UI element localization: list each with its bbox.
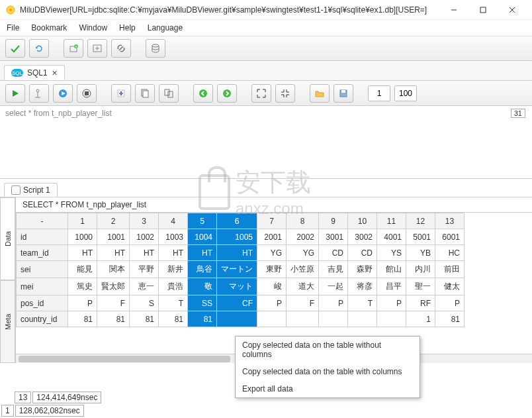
- cell[interactable]: 1000: [68, 229, 97, 245]
- row-header[interactable]: country_id: [17, 311, 68, 327]
- copy-button[interactable]: [135, 84, 155, 103]
- cell[interactable]: HT: [130, 245, 159, 261]
- cell[interactable]: CF: [217, 295, 257, 311]
- maximize-button[interactable]: [468, 0, 498, 20]
- row-header[interactable]: team_id: [17, 245, 68, 261]
- cell[interactable]: 1004: [188, 229, 217, 245]
- sidetab-meta[interactable]: Meta: [0, 280, 15, 363]
- cell[interactable]: 81: [188, 311, 217, 327]
- cell[interactable]: RF: [406, 295, 435, 311]
- cell[interactable]: 新井: [159, 261, 188, 278]
- expand-button[interactable]: [251, 84, 271, 103]
- page-from-input[interactable]: [368, 85, 390, 101]
- col-header[interactable]: 4: [159, 213, 188, 229]
- cell[interactable]: 前田: [435, 261, 465, 278]
- cell[interactable]: HT: [188, 245, 217, 261]
- cell[interactable]: T: [348, 295, 377, 311]
- page-to-input[interactable]: [394, 85, 417, 101]
- cell[interactable]: 篤史: [68, 278, 97, 295]
- tab-script1[interactable]: Script 1: [4, 183, 58, 197]
- collapse-button[interactable]: [275, 84, 295, 103]
- cell[interactable]: P: [319, 295, 348, 311]
- sidetab-data[interactable]: Data: [0, 197, 15, 280]
- cell[interactable]: 1005: [217, 229, 257, 245]
- cell[interactable]: SS: [188, 295, 217, 311]
- cell[interactable]: 1001: [97, 229, 130, 245]
- cell[interactable]: 関本: [97, 261, 130, 278]
- col-header[interactable]: 7: [257, 213, 287, 229]
- open-button[interactable]: [310, 84, 330, 103]
- cell[interactable]: 峻: [257, 278, 287, 295]
- commit-button[interactable]: [5, 39, 25, 58]
- cell[interactable]: 81: [159, 311, 188, 327]
- col-header[interactable]: 10: [348, 213, 377, 229]
- cell[interactable]: 5001: [406, 229, 435, 245]
- menu-file[interactable]: File: [7, 23, 19, 32]
- cell[interactable]: 昌平: [377, 278, 406, 295]
- cell[interactable]: YS: [377, 245, 406, 261]
- cell[interactable]: 一起: [319, 278, 348, 295]
- cell[interactable]: P: [435, 295, 465, 311]
- cell[interactable]: 森野: [348, 261, 377, 278]
- cell[interactable]: 将彦: [348, 278, 377, 295]
- cell[interactable]: P: [68, 295, 97, 311]
- cell[interactable]: 1002: [130, 229, 159, 245]
- cell[interactable]: CD: [348, 245, 377, 261]
- cell[interactable]: 恵一: [130, 278, 159, 295]
- col-header[interactable]: 11: [377, 213, 406, 229]
- col-header[interactable]: 9: [319, 213, 348, 229]
- save-button[interactable]: [333, 84, 353, 103]
- cell[interactable]: CD: [319, 245, 348, 261]
- cell[interactable]: 3002: [348, 229, 377, 245]
- row-header[interactable]: sei: [17, 261, 68, 278]
- cell[interactable]: P: [377, 295, 406, 311]
- cell[interactable]: 健太: [435, 278, 465, 295]
- link-button[interactable]: [111, 39, 131, 58]
- cell[interactable]: 聖一: [406, 278, 435, 295]
- cell[interactable]: 1: [406, 311, 435, 327]
- cell[interactable]: 敬: [188, 278, 217, 295]
- menu-language[interactable]: Language: [148, 23, 183, 32]
- new-tab-button[interactable]: [87, 39, 107, 58]
- cell[interactable]: 能見: [68, 261, 97, 278]
- cell[interactable]: 内川: [406, 261, 435, 278]
- cell[interactable]: 平野: [130, 261, 159, 278]
- cell[interactable]: [319, 311, 348, 327]
- cell[interactable]: 小笠原: [287, 261, 319, 278]
- ctx-copy-no-columns[interactable]: Copy selected data on the table without …: [236, 337, 420, 363]
- cell[interactable]: HT: [68, 245, 97, 261]
- menu-help[interactable]: Help: [119, 23, 136, 32]
- cell[interactable]: YG: [287, 245, 319, 261]
- col-header[interactable]: -: [17, 213, 68, 229]
- cell[interactable]: [287, 311, 319, 327]
- rollback-button[interactable]: [29, 39, 49, 58]
- tab-close-icon[interactable]: ✕: [52, 69, 58, 78]
- row-header[interactable]: id: [17, 229, 68, 245]
- run-button[interactable]: [5, 84, 25, 103]
- cell[interactable]: 館山: [377, 261, 406, 278]
- cell[interactable]: マット: [217, 278, 257, 295]
- cell[interactable]: [257, 311, 287, 327]
- cell[interactable]: 鳥谷: [188, 261, 217, 278]
- explain-button[interactable]: [29, 84, 49, 103]
- cell[interactable]: マートン: [217, 261, 257, 278]
- run-step-button[interactable]: [53, 84, 73, 103]
- next-button[interactable]: [217, 84, 237, 103]
- cell[interactable]: 吉見: [319, 261, 348, 278]
- col-header[interactable]: 1: [68, 213, 97, 229]
- stop-button[interactable]: [77, 84, 97, 103]
- database-button[interactable]: [146, 39, 165, 58]
- cell[interactable]: 2002: [287, 229, 319, 245]
- col-header[interactable]: 6: [217, 213, 257, 229]
- cell[interactable]: T: [159, 295, 188, 311]
- cell[interactable]: F: [97, 295, 130, 311]
- cell[interactable]: 4001: [377, 229, 406, 245]
- col-header[interactable]: 5: [188, 213, 217, 229]
- add-row-button[interactable]: [111, 84, 131, 103]
- cell[interactable]: 1003: [159, 229, 188, 245]
- ctx-copy-with-columns[interactable]: Copy selected data on the table with col…: [236, 363, 420, 380]
- minimize-button[interactable]: [439, 0, 468, 20]
- result-grid[interactable]: -12345678910111213id10001001100210031004…: [16, 213, 532, 354]
- cell[interactable]: 道大: [287, 278, 319, 295]
- cell[interactable]: [377, 311, 406, 327]
